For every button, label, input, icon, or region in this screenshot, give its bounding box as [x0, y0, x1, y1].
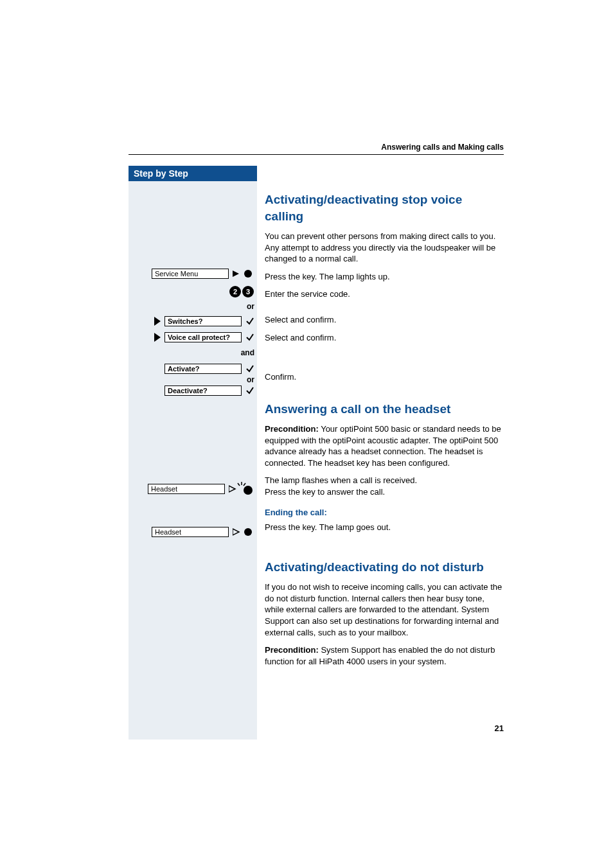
body-text: Press the key to answer the call. [265, 486, 504, 498]
step-headset-end: Headset [134, 527, 254, 537]
service-menu-label: Service Menu [152, 269, 229, 279]
step-or-1: or [134, 302, 254, 311]
section-heading-dnd: Activating/deactivating do not disturb [265, 559, 504, 576]
and-label: and [241, 348, 254, 357]
page-number: 21 [495, 723, 504, 733]
voice-protect-label: Voice call protect? [164, 332, 242, 342]
check-icon [245, 364, 254, 373]
svg-line-11 [244, 483, 245, 486]
body-text: Press the key. The lamp goes out. [265, 522, 504, 533]
svg-text:3: 3 [246, 288, 250, 296]
svg-marker-6 [154, 317, 161, 326]
step-service-menu: Service Menu [134, 269, 254, 279]
switches-label: Switches? [164, 316, 242, 326]
activate-label: Activate? [164, 364, 242, 374]
section-heading-stop-voice: Activating/deactivating stop voice calli… [265, 191, 504, 224]
sidebar-header: Step by Step [129, 166, 257, 181]
svg-marker-8 [229, 486, 235, 492]
step-deactivate: Deactivate? [134, 385, 254, 396]
body-text: Enter the service code. [265, 288, 504, 300]
svg-line-9 [238, 483, 240, 486]
precondition-label: Precondition: [265, 424, 319, 434]
subsection-ending-call: Ending the call: [265, 507, 504, 518]
menu-arrow-icon [154, 317, 161, 326]
body-text: Press the key. The lamp lights up. [265, 271, 504, 283]
headset-label: Headset [152, 527, 229, 537]
running-header: Answering calls and Making calls [381, 143, 504, 152]
precondition-label: Precondition: [265, 645, 319, 655]
main-column: Activating/deactivating stop voice calli… [257, 166, 504, 740]
check-icon [245, 317, 254, 326]
check-icon [245, 386, 254, 395]
svg-text:2: 2 [233, 288, 237, 296]
key-lamp-icon [233, 527, 254, 536]
key-lamp-flashing-icon [229, 482, 254, 496]
svg-point-12 [244, 486, 253, 495]
svg-point-14 [244, 528, 252, 536]
body-text: Precondition: System Support has enabled… [265, 644, 504, 667]
svg-marker-7 [154, 333, 161, 342]
body-text: Select and confirm. [265, 332, 504, 344]
digit-keys-icon: 2 3 [229, 285, 254, 298]
deactivate-label: Deactivate? [164, 385, 242, 396]
step-or-2: or [134, 375, 254, 384]
svg-marker-13 [233, 529, 239, 535]
headset-label: Headset [148, 484, 225, 494]
menu-arrow-icon [154, 333, 161, 342]
content: Step by Step Service Menu 2 3 or [129, 166, 504, 740]
body-text: Confirm. [265, 371, 504, 383]
body-text: The lamp flashes when a call is received… [265, 475, 504, 486]
body-text: You can prevent other persons from makin… [265, 231, 504, 265]
body-text: Select and confirm. [265, 314, 504, 326]
step-service-code: 2 3 [134, 285, 254, 298]
step-and: and [134, 348, 254, 357]
svg-point-1 [244, 270, 252, 278]
or-label: or [247, 375, 254, 384]
section-heading-headset: Answering a call on the headset [265, 401, 504, 418]
step-headset-flash: Headset [134, 482, 254, 496]
or-label: or [247, 302, 254, 311]
check-icon [245, 333, 254, 342]
svg-marker-0 [233, 270, 239, 277]
step-switches: Switches? [134, 316, 254, 326]
key-lamp-icon [233, 269, 254, 278]
body-text: If you do not wish to receive incoming c… [265, 581, 504, 638]
header-rule [129, 154, 504, 155]
step-activate: Activate? [134, 364, 254, 374]
body-text: Precondition: Your optiPoint 500 basic o… [265, 423, 504, 468]
step-voice-protect: Voice call protect? [134, 332, 254, 342]
page: Answering calls and Making calls Step by… [0, 0, 613, 868]
sidebar: Step by Step Service Menu 2 3 or [129, 166, 257, 740]
